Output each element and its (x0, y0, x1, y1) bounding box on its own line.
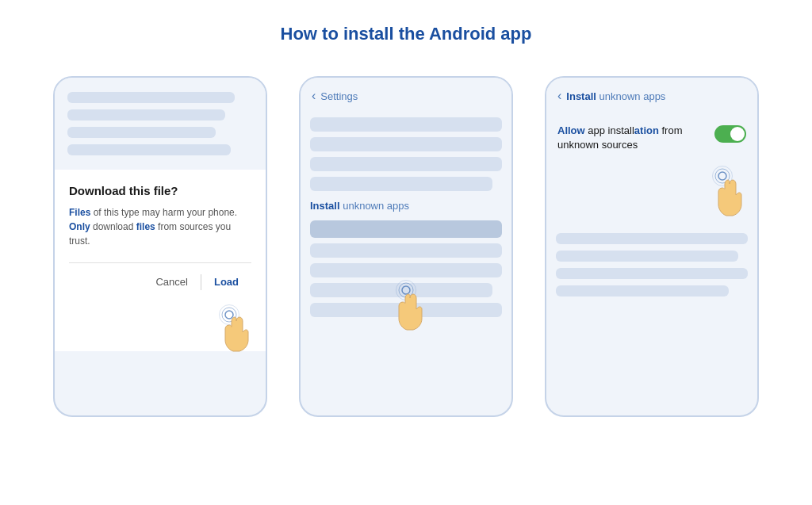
install-unknown-apps-item[interactable]: Install unknown apps (310, 197, 502, 215)
page-title: How to install the Android app (281, 24, 532, 44)
phone3-header: ‹ Install unknown apps (546, 78, 757, 111)
pb (556, 285, 729, 296)
settings-placeholder-6 (310, 263, 502, 277)
install-label: Install unknown apps (310, 200, 409, 212)
phone-1: Download this file? Files of this type m… (53, 76, 267, 417)
pb (556, 233, 748, 244)
settings-placeholder-2 (310, 137, 502, 151)
settings-placeholder-1 (310, 117, 502, 132)
pb (556, 268, 748, 279)
pb (556, 251, 738, 262)
placeholder-bar (67, 144, 231, 155)
settings-placeholder-3 (310, 157, 502, 171)
phone3-bottom-bars (546, 233, 757, 309)
cancel-button[interactable]: Cancel (143, 271, 200, 293)
toggle-switch[interactable] (714, 125, 746, 143)
install-unknown-title: Install unknown apps (566, 90, 665, 102)
dialog-buttons: Cancel Load (69, 262, 251, 293)
phones-container: Download this file? Files of this type m… (24, 76, 788, 417)
toggle-label: Allow app installation from unknown sour… (557, 124, 684, 152)
back-arrow-icon-3: ‹ (557, 89, 561, 103)
hand-icon (221, 315, 251, 356)
hand-icon-2 (395, 292, 425, 336)
dialog-title: Download this file? (69, 184, 251, 197)
settings-title: Settings (320, 90, 358, 102)
hand-icon-3 (714, 178, 745, 222)
phone-3: ‹ Install unknown apps Allow app install… (545, 76, 759, 417)
settings-placeholder-5 (310, 243, 502, 258)
phone1-top (55, 78, 266, 170)
highlighted-bar (310, 220, 502, 238)
settings-placeholder-4 (310, 177, 492, 191)
download-dialog: Download this file? Files of this type m… (55, 170, 266, 304)
phone1-hand-area (55, 304, 266, 351)
phone3-hand-area (546, 162, 757, 233)
phone-2: ‹ Settings Install unknown apps (299, 76, 513, 417)
placeholder-bar (67, 109, 225, 121)
back-arrow-icon: ‹ (312, 89, 316, 103)
toggle-row: Allow app installation from unknown sour… (546, 111, 757, 162)
toggle-knob (730, 127, 745, 141)
phone2-hand-area (301, 327, 511, 382)
load-button[interactable]: Load (201, 271, 251, 293)
dialog-body: Files of this type may harm your phone. … (69, 205, 251, 248)
placeholder-bar (67, 92, 235, 103)
phone2-header: ‹ Settings (301, 78, 511, 111)
placeholder-bar (67, 127, 216, 138)
